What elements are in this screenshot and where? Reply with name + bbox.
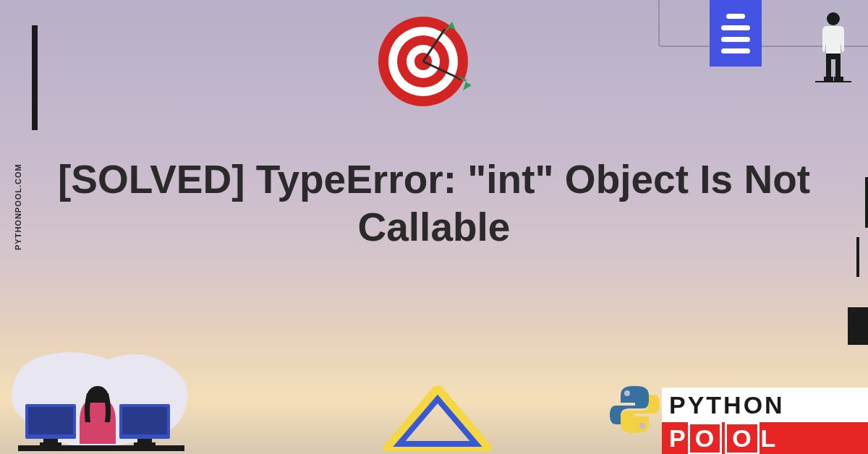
target-dart-icon — [369, 7, 477, 119]
menu-icon — [710, 0, 762, 67]
logo-line-2: POOL — [662, 422, 868, 454]
website-url: PYTHONPOOL.COM — [14, 163, 22, 250]
svg-rect-20 — [134, 442, 156, 445]
svg-point-12 — [639, 423, 645, 429]
article-title: [SOLVED] TypeError: "int" Object Is Not … — [0, 155, 868, 251]
svg-point-11 — [624, 390, 630, 396]
svg-rect-2 — [834, 77, 843, 81]
decorative-bar-right-3 — [848, 307, 868, 345]
svg-rect-18 — [122, 407, 167, 434]
svg-rect-15 — [43, 439, 58, 442]
logo-line-1: PYTHON — [662, 387, 868, 422]
svg-rect-22 — [18, 445, 184, 451]
svg-rect-14 — [28, 407, 73, 434]
person-icon — [815, 10, 851, 96]
decorative-bar-left — [32, 25, 38, 130]
svg-rect-19 — [137, 439, 152, 442]
svg-point-0 — [827, 12, 840, 25]
triangle-icon — [383, 386, 492, 454]
svg-rect-16 — [40, 442, 61, 445]
python-logo-icon — [608, 382, 662, 440]
python-pool-logo: PYTHON POOL — [662, 387, 868, 454]
svg-rect-1 — [824, 77, 833, 81]
desk-illustration — [7, 339, 195, 454]
